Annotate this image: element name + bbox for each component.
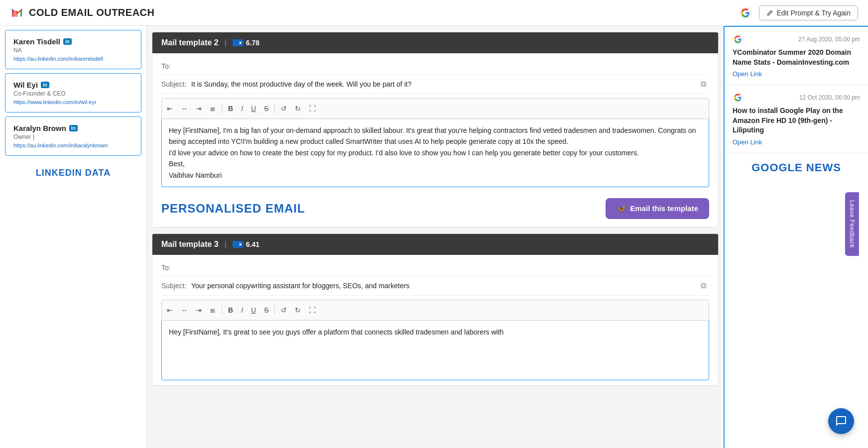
- feedback-tab[interactable]: Leave Feedback: [845, 192, 859, 256]
- contact-url-2[interactable]: https://www.linkedin.com/in/wil-eyi: [13, 99, 133, 105]
- svg-rect-2: [20, 9, 22, 16]
- italic-btn-2[interactable]: I: [238, 304, 246, 316]
- news-link-1[interactable]: Open Link: [733, 70, 860, 78]
- news-item-1: 27 Aug 2020, 05:00 pm YCombinator Summer…: [725, 27, 868, 85]
- to-row-2: To:: [161, 260, 709, 276]
- mail-template-3-header: Mail template 3 | 6.41: [152, 234, 718, 255]
- mail-template-2-header: Mail template 2 | 6.78: [152, 32, 718, 53]
- contact-title-1: NA: [13, 47, 133, 54]
- news-date-2: 12 Oct 2020, 06:00 pm: [799, 94, 860, 101]
- linkedin-badge-2: in: [41, 82, 49, 88]
- linkedin-badge-3: in: [69, 125, 78, 131]
- mail-template-3-card: Mail template 3 | 6.41 To:: [152, 233, 719, 386]
- svg-marker-6: [240, 41, 242, 44]
- svg-rect-7: [234, 242, 240, 247]
- copy-icon-2[interactable]: ⧉: [698, 280, 709, 291]
- toolbar-sep-1a: [222, 104, 222, 113]
- email-icon-1: 🦋: [617, 204, 626, 213]
- news-date-1: 27 Aug 2020, 05:00 pm: [798, 36, 860, 43]
- contact-name-3: Karalyn Brown in: [13, 124, 133, 132]
- editor-toolbar-2: ⇤ ↔ ⇥ ≣ B I U S ↺ ↻ ⛶: [161, 300, 709, 321]
- pencil-icon: [766, 9, 773, 16]
- news-item-2: 12 Oct 2020, 06:00 pm How to install Goo…: [725, 85, 868, 153]
- news-link-2[interactable]: Open Link: [733, 138, 860, 146]
- linkedin-contact-2[interactable]: Wil Eyi in Co-Founder & CEO https://www.…: [5, 73, 141, 112]
- divider-2: |: [225, 240, 227, 249]
- redo-btn-2[interactable]: ↻: [292, 304, 304, 316]
- google-news-section-label: GOOGLE NEWS: [725, 153, 868, 178]
- contact-url-3[interactable]: https://au.linkedin.com/in/karalynbrown: [13, 142, 133, 148]
- news-title-2: How to install Google Play on the Amazon…: [733, 106, 860, 135]
- mail-template-3-title: Mail template 3: [161, 240, 219, 249]
- underline-btn-1[interactable]: U: [248, 103, 259, 114]
- align-justify-btn-1[interactable]: ≣: [207, 103, 219, 114]
- to-row-1: To:: [161, 58, 709, 75]
- align-left-btn-2[interactable]: ⇤: [164, 304, 176, 316]
- linkedin-badge-1: in: [63, 38, 72, 45]
- to-label-1: To:: [161, 62, 191, 70]
- fullscreen-btn-1[interactable]: ⛶: [306, 103, 319, 114]
- gmail-icon: M: [10, 6, 24, 20]
- align-center-btn-2[interactable]: ↔: [178, 304, 191, 316]
- google-logo-icon: [739, 6, 752, 19]
- center-content: Mail template 2 | 6.78 To:: [147, 26, 724, 448]
- subject-text-1: It is Sunday, the most productive day of…: [191, 80, 698, 88]
- align-right-btn-1[interactable]: ⇥: [193, 103, 205, 114]
- email-content-1[interactable]: Hey [FirstName], I'm a big fan of your o…: [161, 119, 709, 187]
- undo-btn-1[interactable]: ↺: [278, 103, 290, 114]
- header-left: M COLD EMAIL OUTREACH: [10, 6, 154, 20]
- align-left-btn-1[interactable]: ⇤: [164, 103, 176, 114]
- align-justify-btn-2[interactable]: ≣: [207, 304, 219, 316]
- to-input-1[interactable]: [191, 62, 709, 70]
- subject-row-1: Subject: It is Sunday, the most producti…: [161, 75, 709, 94]
- subject-label-1: Subject:: [161, 80, 191, 88]
- google-news-icon-1: [733, 34, 744, 45]
- mail-template-2-body: To: Subject: It is Sunday, the most prod…: [152, 53, 718, 192]
- contact-name-1: Karen Tisdell in: [13, 37, 133, 46]
- chat-icon: [835, 415, 847, 427]
- to-label-2: To:: [161, 264, 191, 272]
- italic-btn-1[interactable]: I: [238, 103, 246, 114]
- app-header: M COLD EMAIL OUTREACH Edit Prompt & Try …: [0, 0, 868, 26]
- contact-name-2: Wil Eyi in: [13, 81, 133, 89]
- align-right-btn-2[interactable]: ⇥: [193, 304, 205, 316]
- email-template-btn-1[interactable]: 🦋 Email this template: [606, 198, 709, 219]
- undo-btn-2[interactable]: ↺: [278, 304, 290, 316]
- bold-btn-1[interactable]: B: [225, 103, 236, 114]
- news-title-1: YCombinator Summer 2020 Domain Name Stat…: [733, 48, 860, 67]
- mail-template-2-card: Mail template 2 | 6.78 To:: [152, 32, 719, 227]
- news-item-1-header: 27 Aug 2020, 05:00 pm: [733, 34, 860, 45]
- linkedin-contact-3[interactable]: Karalyn Brown in Owner | https://au.link…: [5, 116, 141, 156]
- app-title: COLD EMAIL OUTREACH: [29, 7, 154, 18]
- mail-template-3-score: 6.41: [233, 240, 259, 248]
- divider-1: |: [225, 38, 227, 47]
- linkedin-sidebar: Karen Tisdell in NA https://au.linkedin.…: [0, 26, 147, 448]
- google-news-icon-2: [733, 92, 744, 103]
- subject-row-2: Subject: Your personal copywriting assis…: [161, 276, 709, 296]
- align-center-btn-1[interactable]: ↔: [178, 103, 191, 114]
- underline-btn-2[interactable]: U: [248, 304, 259, 316]
- to-input-2[interactable]: [191, 264, 709, 272]
- chat-button[interactable]: [828, 408, 854, 434]
- contact-title-2: Co-Founder & CEO: [13, 90, 133, 97]
- copy-icon-1[interactable]: ⧉: [698, 79, 709, 90]
- news-item-2-header: 12 Oct 2020, 06:00 pm: [733, 92, 860, 103]
- toolbar-sep-2a: [222, 306, 222, 315]
- fullscreen-btn-2[interactable]: ⛶: [306, 304, 319, 316]
- mail-template-2-score: 6.78: [233, 39, 259, 47]
- email-content-2[interactable]: Hey [FirstName], It's great to see you g…: [161, 321, 709, 380]
- mail-template-3-body: To: Subject: Your personal copywriting a…: [152, 255, 718, 385]
- edit-prompt-button[interactable]: Edit Prompt & Try Again: [759, 5, 858, 20]
- linkedin-section-label: LINKEDIN DATA: [0, 160, 146, 182]
- mail-template-2-title: Mail template 2: [161, 38, 219, 47]
- bold-btn-2[interactable]: B: [225, 304, 236, 316]
- strikethrough-btn-1[interactable]: S: [261, 103, 271, 114]
- toolbar-sep-1b: [274, 104, 275, 113]
- toolbar-sep-2b: [274, 306, 275, 315]
- redo-btn-1[interactable]: ↻: [292, 103, 304, 114]
- contact-url-1[interactable]: https://au.linkedin.com/in/karentisdell: [13, 56, 133, 62]
- strikethrough-btn-2[interactable]: S: [261, 304, 271, 316]
- score-video-icon: [233, 39, 244, 46]
- linkedin-contact-1[interactable]: Karen Tisdell in NA https://au.linkedin.…: [5, 30, 141, 69]
- main-layout: Karen Tisdell in NA https://au.linkedin.…: [0, 26, 868, 448]
